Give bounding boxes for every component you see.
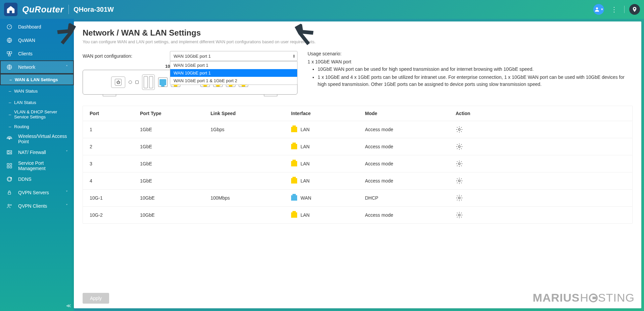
sidebar-item-vpnservers[interactable]: QVPN Servers ˅ — [0, 186, 74, 199]
sidebar-label: Service Port Management — [18, 160, 68, 171]
sidebar-item-ddns[interactable]: DDNS — [0, 172, 74, 186]
cell-interface: LAN — [291, 161, 365, 166]
sidebar-item-dashboard[interactable]: Dashboard — [0, 20, 74, 34]
cell-interface: LAN — [291, 212, 365, 218]
sidebar-item-network[interactable]: Network ˄ — [0, 60, 74, 74]
row-settings-button[interactable] — [456, 143, 463, 150]
select-arrow-icon: ▴▾ — [293, 54, 295, 58]
sidebar-label: Dashboard — [18, 24, 68, 30]
svg-point-23 — [458, 197, 460, 199]
cell-mode: Access mode — [365, 161, 456, 166]
sidebar-item-clients[interactable]: Clients — [0, 47, 74, 60]
svg-point-18 — [10, 205, 11, 206]
sidebar-sub-wan-lan[interactable]: WAN & LAN Settings — [0, 74, 74, 85]
apply-button[interactable]: Apply — [83, 293, 109, 304]
interface-icon — [291, 127, 297, 132]
table-row: 10G-110GbE100MbpsWANDHCP — [83, 190, 632, 207]
sidebar-label: QVPN Servers — [18, 190, 60, 195]
model-label: QHora-301W — [74, 6, 114, 13]
sidebar-collapse-button[interactable]: ≪ — [66, 303, 71, 308]
svg-point-24 — [458, 214, 460, 216]
usage-bullet: 10GbE WAN port can be used for high spee… — [318, 66, 633, 72]
usage-bullet: 1 x 10GbE and 4 x 1GbE ports can be util… — [318, 74, 633, 88]
row-settings-button[interactable] — [456, 211, 463, 219]
app-logo-icon — [4, 3, 17, 16]
svg-rect-4 — [10, 52, 12, 54]
svg-rect-5 — [8, 54, 10, 56]
th-type: Port Type — [140, 111, 211, 116]
interface-icon — [291, 195, 297, 201]
svg-point-15 — [11, 177, 12, 178]
interface-icon — [291, 161, 297, 166]
sidebar-label: QVPN Clients — [18, 203, 60, 209]
sidebar-sub-label: LAN Status — [14, 100, 36, 105]
header-divider — [68, 5, 69, 14]
interface-icon — [291, 144, 297, 149]
sidebar-sub-routing[interactable]: Routing — [0, 121, 74, 132]
more-menu-button[interactable]: ⋮ — [609, 4, 619, 15]
sidebar-item-serviceport[interactable]: Service Port Management — [0, 159, 74, 172]
svg-rect-12 — [10, 166, 12, 168]
cell-mode: DHCP — [365, 195, 456, 201]
sidebar-sub-wan-status[interactable]: WAN Status — [0, 85, 74, 97]
sidebar-item-quwan[interactable]: QuWAN — [0, 34, 74, 47]
sidebar-item-vpnclients[interactable]: QVPN Clients ˅ — [0, 199, 74, 213]
th-mode: Mode — [365, 111, 456, 116]
main-panel: Network / WAN & LAN Settings You can con… — [74, 21, 641, 308]
row-settings-button[interactable] — [456, 160, 463, 167]
led-icon — [129, 81, 132, 84]
cell-mode: Access mode — [365, 178, 456, 184]
wan-config-select[interactable]: WAN 10GbE port 1 ▴▾ — [170, 51, 297, 61]
cell-speed: 100Mbps — [211, 195, 291, 201]
th-port: Port — [90, 111, 140, 116]
sidebar-sub-label: WAN & LAN Settings — [15, 77, 58, 82]
cell-mode: Access mode — [365, 212, 456, 218]
th-action: Action — [456, 111, 626, 116]
cell-type: 1GbE — [140, 144, 211, 149]
svg-point-7 — [9, 139, 10, 140]
cell-type: 1GbE — [140, 178, 211, 184]
led-icon — [135, 81, 139, 84]
dropdown-option[interactable]: WAN 1GbE port 1 & 1GbE port 2 — [170, 77, 297, 85]
table-row: 21GbELANAccess mode — [83, 138, 632, 155]
dropdown-option[interactable]: WAN 1GbE port 1 — [170, 61, 297, 69]
user-avatar-button[interactable]: ▼ — [593, 4, 604, 15]
usb-ports-icon — [142, 74, 155, 90]
table-row: 11GbE1GbpsLANAccess mode — [83, 121, 632, 138]
header-divider-2 — [624, 6, 625, 13]
svg-point-0 — [596, 7, 598, 9]
location-button[interactable] — [629, 4, 640, 15]
vpn-client-icon — [6, 203, 13, 209]
svg-point-17 — [8, 204, 10, 206]
svg-rect-11 — [7, 166, 9, 168]
sidebar-sub-label: WAN Status — [14, 89, 38, 94]
power-button-icon: ⏻ — [115, 79, 122, 86]
dropdown-option[interactable]: WAN 10GbE port 1 — [170, 69, 297, 77]
cell-type: 1GbE — [140, 161, 211, 166]
sidebar: Dashboard QuWAN Clients Network ˄ WAN & … — [0, 19, 74, 311]
clients-icon — [6, 50, 13, 57]
firewall-icon — [6, 149, 13, 156]
row-settings-button[interactable] — [456, 126, 463, 133]
th-speed: Link Speed — [211, 111, 291, 116]
sidebar-item-firewall[interactable]: NAT/ Firewall ˅ — [0, 146, 74, 159]
row-settings-button[interactable] — [456, 177, 463, 185]
sidebar-sub-label: VLAN & DHCP Server Service Settings — [14, 109, 68, 119]
cell-interface: WAN — [291, 195, 365, 201]
usage-title: Usage scenario: — [308, 51, 633, 56]
sidebar-sub-vlan-dhcp[interactable]: VLAN & DHCP Server Service Settings — [0, 108, 74, 121]
cell-port: 10G-2 — [90, 212, 140, 218]
sidebar-sub-lan-status[interactable]: LAN Status — [0, 97, 74, 108]
svg-rect-8 — [7, 151, 12, 154]
sidebar-item-wireless[interactable]: Wireless/Virtual Access Point — [0, 132, 74, 146]
wireless-icon — [6, 136, 13, 142]
svg-point-13 — [8, 178, 11, 181]
sidebar-label: DDNS — [18, 176, 68, 182]
watermark: MARIUSHSTING — [533, 291, 635, 304]
network-icon — [6, 64, 13, 70]
row-settings-button[interactable] — [456, 194, 463, 202]
cell-interface: LAN — [291, 144, 365, 149]
header: QuRouter QHora-301W ▼ ⋮ — [0, 0, 644, 19]
ddns-icon — [6, 176, 13, 183]
svg-rect-16 — [8, 192, 11, 194]
